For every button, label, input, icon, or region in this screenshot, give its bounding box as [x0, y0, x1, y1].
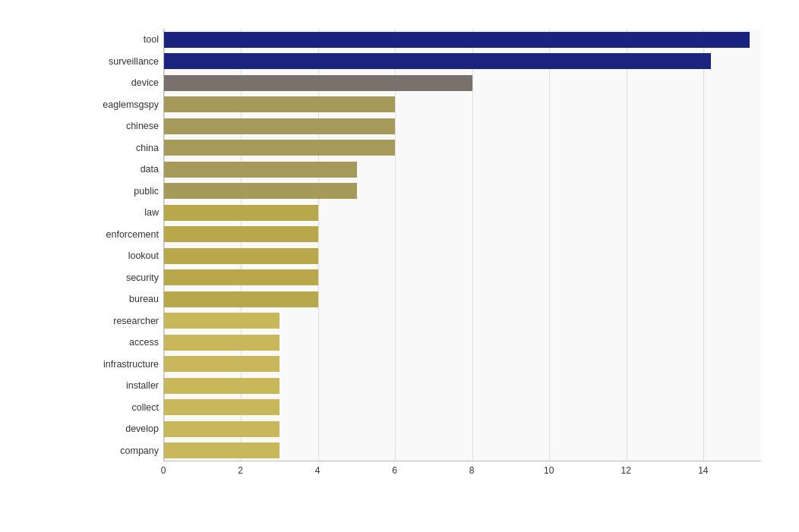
x-tick-4: 4 — [315, 465, 321, 476]
y-label-company: company — [120, 440, 159, 462]
bar-collect — [164, 399, 279, 415]
bar-researcher — [164, 313, 279, 329]
y-axis: toolsurveillancedeviceeaglemsgspychinese… — [84, 29, 163, 461]
bar-surveillance — [164, 53, 711, 69]
bar-develop — [164, 421, 279, 437]
plot-area — [163, 29, 761, 461]
y-label-law: law — [144, 202, 159, 224]
y-label-device: device — [131, 72, 159, 94]
bar-company — [164, 442, 279, 458]
x-tick-12: 12 — [621, 465, 631, 476]
y-label-lookout: lookout — [128, 245, 159, 267]
chart-container: toolsurveillancedeviceeaglemsgspychinese… — [0, 0, 799, 532]
x-tick-8: 8 — [469, 465, 475, 476]
y-label-access: access — [129, 332, 159, 354]
bar-public — [164, 183, 357, 199]
bar-chinese — [164, 118, 395, 134]
y-label-china: china — [136, 137, 159, 159]
x-tick-2: 2 — [238, 465, 243, 476]
x-axis-ticks: 02468101214 — [163, 463, 761, 478]
y-label-chinese: chinese — [126, 115, 159, 137]
y-label-public: public — [134, 181, 159, 203]
bar-infrastructure — [164, 356, 279, 372]
x-tick-0: 0 — [161, 465, 166, 476]
y-label-researcher: researcher — [113, 310, 159, 332]
bar-eaglemsgspy — [164, 96, 395, 112]
y-label-enforcement: enforcement — [106, 224, 159, 246]
y-label-collect: collect — [132, 397, 159, 419]
y-label-eaglemsgspy: eaglemsgspy — [103, 94, 159, 116]
y-label-tool: tool — [144, 29, 159, 51]
x-tick-10: 10 — [544, 465, 554, 476]
bar-lookout — [164, 248, 318, 264]
bar-access — [164, 335, 279, 351]
y-label-surveillance: surveillance — [109, 51, 159, 73]
bar-data — [164, 162, 357, 178]
y-label-bureau: bureau — [129, 288, 159, 310]
y-label-security: security — [126, 267, 159, 289]
y-label-data: data — [141, 159, 159, 181]
y-label-develop: develop — [125, 418, 159, 440]
bar-enforcement — [164, 226, 318, 242]
bar-bureau — [164, 291, 318, 307]
bar-device — [164, 75, 472, 91]
bar-law — [164, 205, 318, 221]
x-tick-6: 6 — [392, 465, 397, 476]
y-label-installer: installer — [126, 375, 159, 397]
bar-china — [164, 140, 395, 156]
y-label-infrastructure: infrastructure — [103, 354, 159, 376]
bar-security — [164, 269, 318, 285]
x-tick-14: 14 — [698, 465, 708, 476]
bar-installer — [164, 378, 279, 394]
bar-tool — [164, 32, 750, 48]
